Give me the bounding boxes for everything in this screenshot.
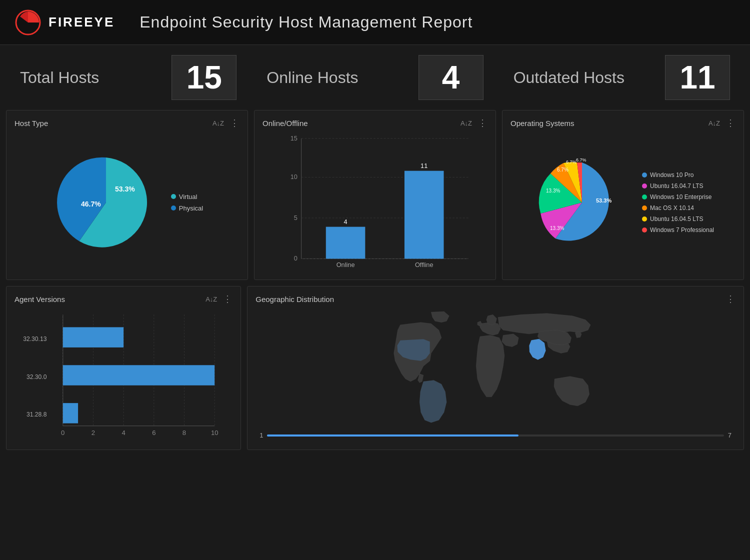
slider-max-label: 7	[728, 432, 732, 439]
legend-w7pro: Windows 7 Professional	[642, 226, 714, 234]
svg-rect-15	[404, 171, 444, 259]
svg-text:53.3%: 53.3%	[115, 185, 135, 193]
os-header: Operating Systems A↓Z ⋮	[510, 118, 736, 128]
world-map-svg	[256, 310, 736, 425]
charts-top-row: Host Type A↓Z ⋮ 46.7% 53.3% Virtual	[0, 110, 750, 280]
os-card: Operating Systems A↓Z ⋮ /* inline pie co…	[502, 110, 744, 280]
host-type-pie-container: 46.7% 53.3% Virtual Physical	[14, 134, 240, 271]
agent-versions-title: Agent Versions	[14, 295, 65, 304]
host-type-az-icon[interactable]: A↓Z	[212, 120, 224, 127]
logo-text: FIREEYE	[48, 14, 114, 30]
svg-rect-41	[63, 365, 214, 385]
stat-value-1: 4	[418, 55, 484, 100]
legend-w10ent: Windows 10 Enterprise	[642, 194, 714, 200]
agent-versions-hbar-svg: 0 2 4 6 8 10 32.30.13 32.30.0 31.28.8	[14, 310, 232, 441]
host-type-card: Host Type A↓Z ⋮ 46.7% 53.3% Virtual	[6, 110, 248, 280]
agent-versions-controls: A↓Z ⋮	[206, 294, 232, 304]
header: FIREEYE Endpoint Security Host Managemen…	[0, 0, 750, 45]
legend-ubuntu1604-7: Ubuntu 16.04.7 LTS	[642, 182, 714, 190]
online-offline-title: Online/Offline	[262, 119, 308, 128]
svg-text:2: 2	[92, 429, 95, 436]
physical-label: Physical	[179, 204, 203, 212]
w10ent-label: Windows 10 Enterprise	[650, 194, 712, 200]
map-slider-track[interactable]	[267, 434, 724, 436]
stat-label-2: Outdated Hosts	[514, 68, 665, 87]
os-az-icon[interactable]: A↓Z	[708, 120, 720, 127]
macos-label: Mac OS X 10.14	[650, 204, 694, 212]
stat-label-0: Total Hosts	[20, 68, 172, 87]
geo-header: Geographic Distribution ⋮	[256, 294, 736, 304]
online-offline-bar-area: 0 5 10 15 4 11 Online Offline	[262, 134, 488, 271]
w10ent-dot	[642, 194, 647, 200]
online-offline-menu-icon[interactable]: ⋮	[478, 118, 488, 128]
geo-controls: ⋮	[726, 294, 736, 304]
os-menu-icon[interactable]: ⋮	[726, 118, 736, 128]
svg-text:6.7%: 6.7%	[557, 167, 568, 172]
ubuntu1604-7-dot	[642, 184, 647, 188]
agent-versions-header: Agent Versions A↓Z ⋮	[14, 294, 232, 304]
host-type-header: Host Type A↓Z ⋮	[14, 118, 240, 128]
stat-label-1: Online Hosts	[266, 68, 418, 87]
geo-title: Geographic Distribution	[256, 295, 334, 304]
fireeye-logo-icon	[15, 10, 41, 36]
header-title: Endpoint Security Host Management Report	[140, 13, 472, 32]
map-area: 1 7	[256, 310, 736, 441]
svg-text:0: 0	[294, 254, 298, 262]
stat-value-0: 15	[172, 55, 236, 100]
svg-text:8: 8	[182, 429, 186, 436]
legend-ubuntu1604-5: Ubuntu 16.04.5 LTS	[642, 216, 714, 222]
os-title: Operating Systems	[510, 119, 574, 128]
svg-text:10: 10	[290, 173, 298, 180]
svg-text:31.28.8: 31.28.8	[26, 411, 47, 418]
agent-versions-az-icon[interactable]: A↓Z	[206, 296, 217, 303]
os-pie-svg: /* inline pie computed in template SVG *…	[532, 152, 632, 252]
online-offline-card: Online/Offline A↓Z ⋮ 0 5 10 15	[254, 110, 496, 280]
online-offline-header: Online/Offline A↓Z ⋮	[262, 118, 488, 128]
svg-rect-39	[63, 327, 124, 347]
macos-dot	[642, 206, 647, 210]
stats-row: Total Hosts 15 Online Hosts 4 Outdated H…	[0, 45, 750, 110]
host-type-legend: Virtual Physical	[171, 193, 203, 212]
svg-text:4: 4	[344, 218, 348, 226]
physical-dot	[171, 206, 176, 210]
svg-text:6.7%: 6.7%	[566, 160, 576, 164]
slider-min-label: 1	[260, 432, 263, 439]
map-slider-fill	[267, 434, 518, 436]
map-slider: 1 7	[256, 432, 736, 439]
host-type-controls: A↓Z ⋮	[212, 118, 240, 128]
host-type-menu-icon[interactable]: ⋮	[230, 118, 240, 128]
online-offline-az-icon[interactable]: A↓Z	[460, 120, 472, 127]
w7pro-dot	[642, 228, 647, 232]
svg-text:13.3%: 13.3%	[550, 226, 564, 231]
svg-text:4: 4	[122, 429, 125, 436]
svg-text:Online: Online	[336, 261, 355, 268]
os-controls: A↓Z ⋮	[708, 118, 736, 128]
stat-value-2: 11	[665, 55, 730, 100]
ubuntu1604-5-dot	[642, 216, 647, 222]
agent-versions-menu-icon[interactable]: ⋮	[223, 294, 232, 304]
svg-rect-13	[326, 227, 366, 259]
online-offline-controls: A↓Z ⋮	[460, 118, 488, 128]
agent-versions-bar-area: 0 2 4 6 8 10 32.30.13 32.30.0 31.28.8	[14, 310, 232, 441]
svg-text:13.3%: 13.3%	[546, 188, 560, 194]
w10pro-label: Windows 10 Pro	[650, 172, 694, 178]
svg-text:11: 11	[420, 162, 428, 170]
svg-text:6: 6	[152, 429, 156, 436]
svg-text:Offline: Offline	[415, 261, 434, 268]
ubuntu1604-7-label: Ubuntu 16.04.7 LTS	[650, 182, 704, 190]
legend-macos: Mac OS X 10.14	[642, 204, 714, 212]
virtual-dot	[171, 194, 176, 199]
legend-virtual: Virtual	[171, 193, 203, 200]
ubuntu1604-5-label: Ubuntu 16.04.5 LTS	[650, 216, 704, 222]
w7pro-label: Windows 7 Professional	[650, 226, 714, 234]
w10pro-dot	[642, 172, 647, 178]
svg-text:15: 15	[290, 134, 298, 142]
host-type-title: Host Type	[14, 119, 48, 128]
svg-rect-43	[63, 403, 78, 423]
geo-menu-icon[interactable]: ⋮	[726, 294, 736, 304]
charts-bottom-row: Agent Versions A↓Z ⋮ 0 2	[0, 280, 750, 450]
host-type-pie-svg: 46.7% 53.3%	[51, 148, 161, 258]
legend-w10pro: Windows 10 Pro	[642, 172, 714, 178]
svg-text:6.7%: 6.7%	[576, 158, 586, 162]
svg-text:0: 0	[61, 429, 64, 436]
